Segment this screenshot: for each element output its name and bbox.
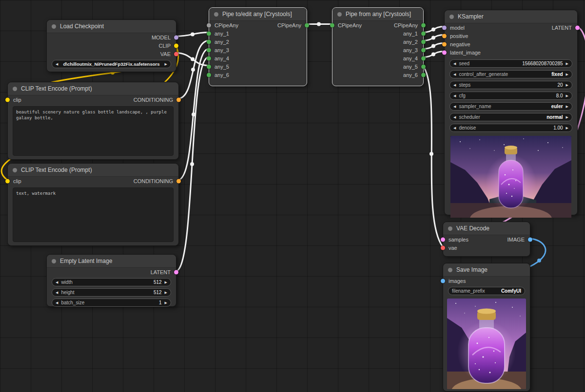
input-port-images[interactable] — [441, 279, 445, 283]
node-collapse-dot-icon[interactable] — [52, 24, 56, 29]
node-collapse-dot-icon[interactable] — [337, 12, 342, 17]
height-widget[interactable]: height 512 — [52, 288, 171, 297]
node-collapse-dot-icon[interactable] — [448, 226, 452, 231]
node-save-image[interactable]: Save Image images filename_prefix ComfyU… — [443, 263, 530, 392]
combo-prev-icon[interactable] — [56, 62, 58, 66]
ckpt-name-combo[interactable]: d\chilloutmix_NiPrunedFp32Fix.safetensor… — [52, 60, 171, 68]
increment-icon[interactable] — [566, 126, 568, 130]
output-port-model[interactable] — [174, 35, 178, 39]
combo-next-icon[interactable] — [566, 73, 568, 76]
output-port-conditioning[interactable] — [176, 179, 181, 183]
decrement-icon[interactable] — [56, 301, 58, 304]
decrement-icon[interactable] — [453, 83, 456, 87]
node-title-bar[interactable]: CLIP Text Encode (Prompt) — [8, 164, 178, 177]
node-title-bar[interactable]: VAE Decode — [443, 222, 530, 235]
slot-label-conditioning: CONDITIONING — [134, 178, 173, 184]
input-port-any4[interactable] — [207, 56, 211, 60]
input-port-any3[interactable] — [207, 48, 211, 52]
combo-prev-icon[interactable] — [453, 105, 456, 108]
node-title-bar[interactable]: Save Image — [443, 263, 530, 277]
sampler-name-widget[interactable]: sampler_name euler — [449, 102, 572, 111]
input-port-clip[interactable] — [5, 179, 10, 183]
denoise-widget[interactable]: denoise 1.00 — [449, 124, 572, 132]
input-port-any5[interactable] — [207, 64, 211, 69]
output-port-any1[interactable] — [421, 31, 426, 36]
increment-icon[interactable] — [165, 301, 167, 304]
output-port-cpipeany[interactable] — [421, 23, 426, 27]
combo-next-icon[interactable] — [165, 62, 167, 66]
node-title-bar[interactable]: Pipe to/edit any [Crystools] — [209, 8, 307, 21]
node-collapse-dot-icon[interactable] — [448, 268, 452, 272]
increment-icon[interactable] — [165, 291, 167, 294]
input-port-cpipeany[interactable] — [207, 23, 211, 27]
output-port-clip[interactable] — [174, 43, 178, 48]
input-port-cpipeany[interactable] — [330, 23, 334, 27]
decrement-icon[interactable] — [56, 291, 58, 294]
output-port-any2[interactable] — [421, 39, 426, 44]
increment-icon[interactable] — [566, 94, 568, 97]
input-port-clip[interactable] — [5, 97, 10, 102]
output-port-latent[interactable] — [174, 270, 178, 274]
output-port-any4[interactable] — [421, 56, 426, 60]
node-pipe-to-any[interactable]: Pipe to/edit any [Crystools] CPipeAny CP… — [209, 7, 307, 86]
prompt-textarea[interactable]: text, watermark — [13, 187, 174, 242]
input-port-any2[interactable] — [207, 39, 211, 44]
node-collapse-dot-icon[interactable] — [13, 168, 17, 172]
increment-icon[interactable] — [566, 62, 568, 65]
node-collapse-dot-icon[interactable] — [13, 87, 17, 91]
node-collapse-dot-icon[interactable] — [52, 259, 56, 263]
node-vae-decode[interactable]: VAE Decode samples IMAGE vae — [443, 222, 530, 257]
output-port-image[interactable] — [528, 237, 532, 242]
input-port-any1[interactable] — [207, 31, 211, 36]
node-title-bar[interactable]: CLIP Text Encode (Prompt) — [8, 82, 178, 95]
output-port-latent[interactable] — [575, 25, 580, 30]
decrement-icon[interactable] — [453, 126, 456, 130]
node-title-bar[interactable]: KSampler — [445, 10, 577, 23]
output-port-cpipeany[interactable] — [305, 23, 309, 27]
scheduler-widget[interactable]: scheduler normal — [449, 113, 572, 121]
width-widget[interactable]: width 512 — [52, 278, 171, 286]
node-clip-text-encode-negative[interactable]: CLIP Text Encode (Prompt) clip CONDITION… — [7, 163, 179, 246]
prompt-textarea[interactable]: beautiful scenery nature glass bottle la… — [13, 106, 174, 156]
combo-prev-icon[interactable] — [453, 115, 456, 119]
node-title-bar[interactable]: Empty Latent Image — [47, 255, 176, 268]
batch-size-widget[interactable]: batch_size 1 — [52, 299, 171, 307]
input-port-model[interactable] — [442, 25, 447, 30]
combo-prev-icon[interactable] — [453, 73, 456, 76]
output-port-any6[interactable] — [421, 73, 426, 77]
node-collapse-dot-icon[interactable] — [214, 12, 218, 17]
node-title-bar[interactable]: Load Checkpoint — [47, 20, 176, 33]
node-clip-text-encode-positive[interactable]: CLIP Text Encode (Prompt) clip CONDITION… — [7, 82, 179, 160]
filename-prefix-widget[interactable]: filename_prefix ComfyUI — [448, 287, 525, 295]
input-port-negative[interactable] — [442, 42, 447, 46]
node-pipe-from-any[interactable]: Pipe from any [Crystools] CPipeAny CPipe… — [332, 7, 424, 86]
node-ksampler[interactable]: KSampler model LATENT positive negative … — [444, 10, 578, 215]
output-port-any3[interactable] — [421, 48, 426, 52]
input-port-latent-image[interactable] — [442, 50, 447, 55]
slot-row: positive — [445, 32, 577, 40]
input-port-samples[interactable] — [441, 237, 445, 242]
node-collapse-dot-icon[interactable] — [449, 15, 454, 19]
combo-next-icon[interactable] — [566, 115, 568, 119]
increment-icon[interactable] — [566, 83, 568, 87]
increment-icon[interactable] — [165, 280, 167, 284]
node-empty-latent-image[interactable]: Empty Latent Image LATENT width 512 heig… — [46, 254, 176, 307]
output-port-conditioning[interactable] — [176, 97, 181, 102]
combo-next-icon[interactable] — [566, 105, 568, 108]
node-graph-canvas[interactable]: Load Checkpoint MODEL CLIP VAE d\chillou… — [0, 0, 585, 392]
input-port-any6[interactable] — [207, 73, 211, 77]
steps-widget[interactable]: steps 20 — [449, 81, 572, 89]
control-after-generate-widget[interactable]: control_after_generate fixed — [449, 70, 572, 78]
output-port-vae[interactable] — [174, 52, 178, 56]
input-port-positive[interactable] — [442, 34, 447, 38]
node-load-checkpoint[interactable]: Load Checkpoint MODEL CLIP VAE d\chillou… — [46, 19, 176, 72]
widget-value: 512 — [154, 290, 162, 295]
decrement-icon[interactable] — [453, 94, 456, 97]
seed-widget[interactable]: seed 156680208700285 — [449, 59, 572, 68]
decrement-icon[interactable] — [453, 62, 456, 65]
decrement-icon[interactable] — [56, 280, 58, 284]
output-port-any5[interactable] — [421, 64, 426, 69]
node-title-bar[interactable]: Pipe from any [Crystools] — [332, 8, 423, 21]
cfg-widget[interactable]: cfg 8.0 — [449, 92, 572, 100]
input-port-vae[interactable] — [441, 245, 445, 250]
